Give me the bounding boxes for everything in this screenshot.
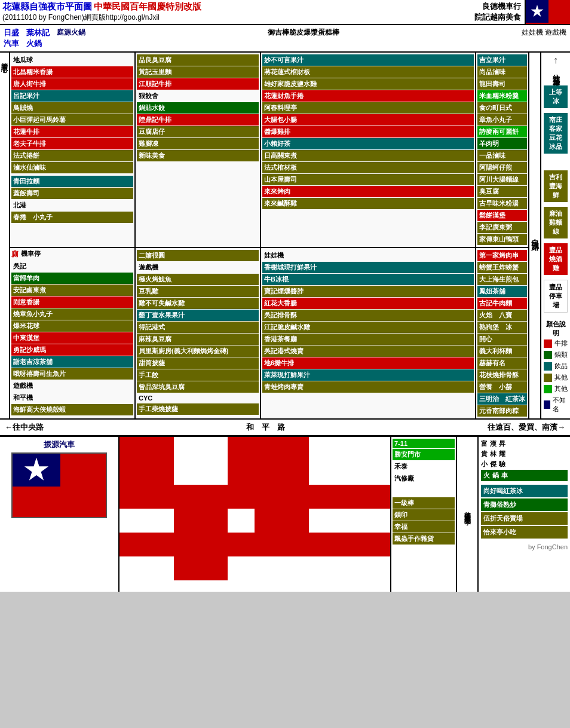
right-panel: ↑ 往花蓮後火車站 上等冰 南庄客家豆花冰品 吉利豐海鮮 麻油雞麵線 豐品燒酒雞… — [540, 53, 570, 418]
shop-fengpin-parking: 豐品停車場 — [544, 280, 568, 313]
legend-title: 顏色說明 — [544, 320, 568, 338]
biz-tingyuan: 庭源火鍋 — [57, 28, 85, 36]
arrow-up: ↑ — [544, 55, 568, 66]
shop-guo: 鍋 — [492, 471, 499, 480]
shop-wuzhe: 伍折天俗賣場 — [481, 512, 568, 525]
legend-other1: 其他 — [544, 373, 568, 382]
shop-nanzhuang: 南庄客家豆花冰品 — [544, 113, 568, 154]
taiwan-flag — [11, 452, 107, 518]
legend-hotpot: 鍋類 — [544, 350, 568, 359]
bottom-center-cross — [119, 437, 390, 592]
title-special: 中華民國百年國慶特別改版 — [94, 2, 201, 11]
shop-yao: 耀 — [499, 449, 505, 458]
road-left-arrow: ←往中央路 — [5, 422, 44, 433]
bottom-shop-label: 振源汽車 — [44, 439, 75, 450]
shop-mayou: 麻油雞麵線 — [544, 207, 568, 238]
shop-han: 漢 — [490, 439, 497, 448]
col1-upper-items: 地瓜球 北昌糯米香腸 唐人街牛排 呂記果汁 鳥賊燒 小巨彈起司馬鈴薯 花蓮牛排 … — [11, 54, 133, 223]
shop-right: 良德機車行 — [474, 1, 521, 12]
shop-gui: 貴 — [481, 449, 488, 458]
shop-fengpin-chicken: 豐品燒酒雞 — [544, 243, 568, 275]
biz-dolls: 娃娃機 遊戲機 — [522, 28, 566, 36]
title-main: 花蓮縣自強夜市平面圖 — [2, 2, 92, 11]
shop-qingtan: 青攤俗熟炒 — [481, 498, 568, 511]
toilet-label-lower: 廁 — [11, 249, 19, 259]
bottom-items-col: 7-11 勝安門市 禾泰 汽修廠 一級棒 鎖印 幸福 飄蟲手作雜貨 — [390, 437, 456, 592]
shop-fire: 火 — [483, 471, 490, 480]
shop-lin: 林 — [490, 449, 497, 458]
shop-joshang-ice: 上等冰 — [544, 85, 568, 108]
shop-sheng: 昇 — [499, 439, 505, 448]
legend-drink: 飲品 — [544, 362, 568, 371]
bottom-vert-label: 往國立東華大學↓ — [456, 437, 477, 592]
parking-label: 機車停 — [21, 249, 41, 258]
bottom-far-right-panel: 富 漢 昇 貴 林 耀 小 傑 驗 火 鍋 車 尚好喝紅茶冰 青攤俗熟炒 伍折天… — [477, 437, 570, 592]
road-right-arrow: 往遠百、愛買、南濱→ — [488, 422, 565, 433]
shop-right2: 院記越南美食 — [474, 12, 521, 23]
left-label-upper: 管理中心 — [0, 57, 9, 62]
shop-qialai: 恰來亭小吃 — [481, 526, 568, 539]
legend-other2: 其他 — [544, 384, 568, 393]
footer-credit: by FongChen — [481, 543, 568, 550]
shop-che: 車 — [501, 471, 508, 480]
subtitle: (20111010 by FongChen)網頁版http://goo.gl/n… — [2, 13, 160, 22]
bottom-section: 振源汽車 — [0, 436, 570, 592]
legend-beef: 牛排 — [544, 339, 568, 348]
biz-yugibang: 御吉棒脆皮爆漿蛋糕棒 — [268, 28, 339, 36]
biz-riseng-auto: 日盛汽車 — [4, 28, 19, 48]
legend-unknown: 不知名 — [544, 396, 568, 414]
right-road-label: 自強路 — [529, 232, 540, 239]
shop-jie: 傑 — [490, 460, 497, 469]
shop-fu: 富 — [481, 439, 488, 448]
shop-redtea: 尚好喝紅茶冰 — [481, 485, 568, 497]
biz-yelinchi: 葉林記火鍋 — [26, 28, 50, 48]
bottom-left-panel: 振源汽車 — [0, 437, 119, 592]
road-center-name: 和 平 路 — [246, 422, 285, 433]
road-label-bar: ←往中央路 和 平 路 往遠百、愛買、南濱→ — [0, 418, 570, 436]
shop-xiao: 小 — [481, 460, 488, 469]
shop-yan: 驗 — [499, 460, 505, 469]
shop-jili: 吉利豐海鮮 — [544, 170, 568, 202]
direction-flower: 往花蓮後火車站 — [551, 68, 561, 81]
